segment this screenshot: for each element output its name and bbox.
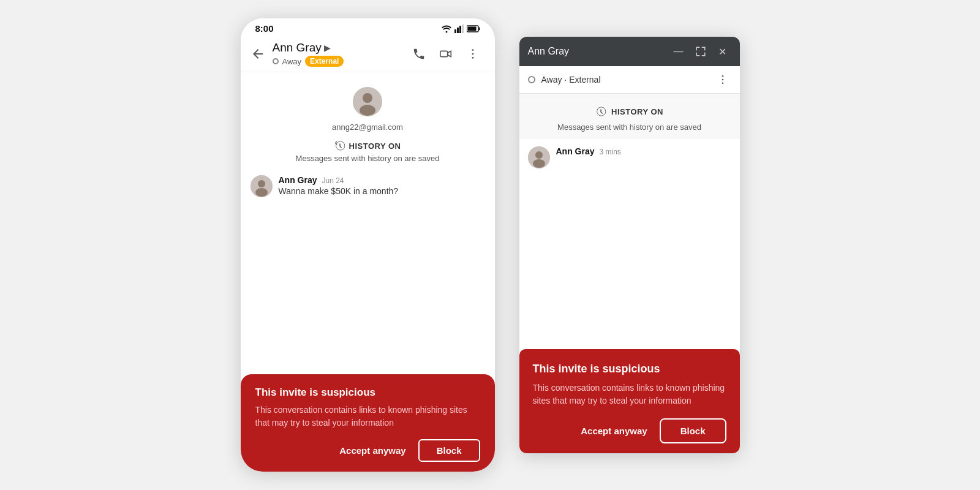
svg-point-17	[255, 188, 268, 197]
phone-body: anng22@gmail.com HISTORY ON Messages sen…	[241, 72, 495, 472]
signal-icon	[454, 24, 464, 33]
svg-point-13	[363, 93, 372, 103]
svg-rect-8	[440, 51, 447, 56]
window-suspicious-desc: This conversation contains links to know…	[533, 382, 726, 407]
avatar	[353, 87, 382, 116]
contact-email: anng22@gmail.com	[332, 123, 403, 132]
svg-point-14	[360, 105, 375, 116]
history-icon	[334, 140, 345, 151]
svg-point-11	[472, 57, 473, 59]
desktop-chat-window: Ann Gray — ✕ Away · External	[519, 37, 740, 453]
window-body: HISTORY ON Messages sent with history on…	[519, 94, 740, 453]
phone-title-area: Ann Gray ▶ Away External	[273, 41, 407, 67]
header-actions	[407, 42, 485, 66]
window-history-sub: Messages sent with history on are saved	[557, 122, 701, 133]
svg-point-18	[722, 75, 723, 77]
window-message-content: Ann Gray 3 mins	[556, 146, 621, 156]
svg-point-22	[535, 151, 543, 159]
window-suspicious-actions: Accept anyway Block	[533, 418, 726, 443]
phone-time: 8:00	[255, 23, 274, 34]
contact-name: Ann Gray ▶	[273, 41, 407, 55]
accept-anyway-button[interactable]: Accept anyway	[337, 440, 408, 461]
svg-point-0	[445, 31, 447, 32]
table-row: Ann Gray Jun 24 Wanna make $50K in a mon…	[251, 175, 485, 197]
window-history-on-row: HISTORY ON	[595, 106, 663, 117]
minimize-button[interactable]: —	[670, 43, 687, 60]
suspicious-desc: This conversation contains links to know…	[255, 404, 480, 429]
avatar-image	[528, 146, 550, 168]
message-meta: Ann Gray Jun 24	[279, 175, 399, 185]
message-avatar	[251, 175, 273, 197]
window-status-circle	[528, 76, 535, 83]
suspicious-banner: This invite is suspicious This conversat…	[241, 374, 495, 472]
window-more-icon	[717, 74, 729, 86]
svg-point-19	[722, 79, 723, 81]
wifi-icon	[441, 24, 452, 33]
message-text: Wanna make $50K in a month?	[279, 186, 399, 196]
history-sub: Messages sent with history on are saved	[296, 154, 440, 163]
svg-point-16	[258, 180, 265, 187]
phone-status-row: Away External	[273, 56, 407, 67]
back-arrow-icon	[251, 47, 265, 61]
window-message-avatar	[528, 146, 550, 168]
window-status-text: Away · External	[541, 75, 708, 85]
suspicious-actions: Accept anyway Block	[255, 439, 480, 462]
window-suspicious-banner: This invite is suspicious This conversat…	[519, 349, 740, 453]
window-controls: — ✕	[670, 43, 731, 60]
video-button[interactable]	[434, 42, 458, 66]
external-badge: External	[305, 56, 344, 67]
video-icon	[439, 47, 453, 61]
window-suspicious-title: This invite is suspicious	[533, 363, 726, 375]
call-button[interactable]	[407, 42, 431, 66]
battery-icon	[467, 25, 480, 32]
phone-icon	[412, 47, 426, 61]
phone-header: Ann Gray ▶ Away External	[241, 36, 495, 72]
window-history-icon	[595, 106, 606, 117]
message-time: Jun 24	[322, 176, 344, 185]
back-button[interactable]	[246, 42, 270, 66]
window-block-button[interactable]: Block	[660, 418, 726, 443]
suspicious-title: This invite is suspicious	[255, 386, 480, 399]
window-title: Ann Gray	[528, 46, 670, 57]
status-bar: 8:00	[241, 18, 495, 36]
svg-rect-1	[454, 29, 456, 33]
history-info: anng22@gmail.com HISTORY ON Messages sen…	[241, 72, 495, 170]
table-row: Ann Gray 3 mins	[528, 146, 731, 168]
window-message-meta: Ann Gray 3 mins	[556, 146, 621, 156]
svg-rect-7	[467, 26, 476, 31]
phone-icons	[441, 24, 480, 33]
window-accept-anyway-button[interactable]: Accept anyway	[578, 421, 649, 441]
window-message-time: 3 mins	[600, 148, 621, 156]
svg-point-23	[533, 159, 545, 168]
message-sender: Ann Gray	[279, 175, 317, 185]
history-on-row: HISTORY ON	[334, 140, 401, 151]
chevron-right-icon: ▶	[324, 43, 331, 53]
block-button[interactable]: Block	[418, 439, 480, 462]
svg-rect-6	[478, 27, 480, 30]
more-icon	[466, 47, 480, 61]
svg-rect-4	[462, 24, 464, 33]
svg-rect-2	[457, 28, 459, 33]
mobile-phone: 8:00	[241, 18, 495, 472]
window-subheader: Away · External	[519, 66, 740, 94]
message-content: Ann Gray Jun 24 Wanna make $50K in a mon…	[279, 175, 399, 196]
status-circle	[273, 58, 279, 64]
expand-icon	[695, 46, 706, 57]
window-titlebar: Ann Gray — ✕	[519, 37, 740, 66]
close-button[interactable]: ✕	[714, 43, 731, 60]
expand-button[interactable]	[692, 43, 709, 60]
window-history-label: HISTORY ON	[611, 107, 663, 116]
svg-point-10	[472, 53, 473, 55]
svg-point-20	[722, 83, 723, 85]
window-message-sender: Ann Gray	[556, 146, 595, 156]
window-more-button[interactable]	[714, 71, 731, 88]
more-button[interactable]	[461, 42, 485, 66]
history-on-label: HISTORY ON	[349, 141, 401, 151]
window-history-info: HISTORY ON Messages sent with history on…	[519, 94, 740, 139]
avatar-image	[353, 87, 382, 116]
away-status: Away	[282, 57, 302, 66]
window-messages: Ann Gray 3 mins	[519, 139, 740, 176]
svg-point-9	[472, 49, 473, 51]
svg-rect-3	[459, 26, 461, 33]
avatar-image	[251, 175, 273, 197]
